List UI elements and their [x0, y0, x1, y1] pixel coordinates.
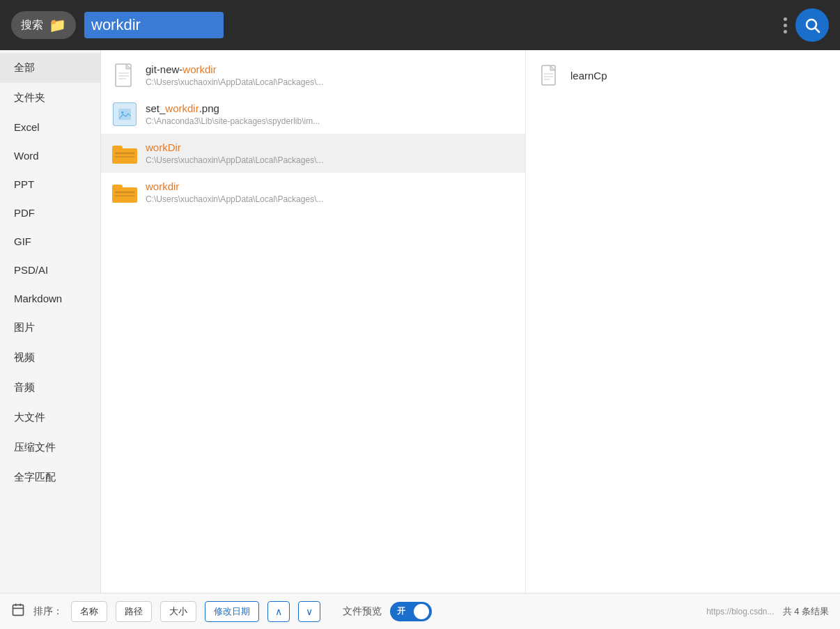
sidebar-item-image[interactable]: 图片	[0, 313, 100, 343]
svg-point-0	[807, 20, 816, 29]
svg-rect-10	[112, 146, 123, 153]
svg-line-1	[816, 29, 819, 32]
file-doc-icon-small	[537, 63, 562, 88]
toggle-on-label: 开	[397, 605, 405, 617]
main-content: 全部 文件夹 Excel Word PPT PDF GIF PSD/AI Mar…	[0, 50, 840, 593]
folder-icon	[112, 141, 137, 166]
dot-icon	[784, 17, 787, 21]
folder-svg	[112, 143, 137, 164]
dot-icon	[784, 30, 787, 33]
sort-desc-button[interactable]: ∨	[298, 601, 320, 622]
name-highlight: workdir	[146, 180, 179, 192]
sort-asc-button[interactable]: ∧	[267, 601, 290, 622]
list-item[interactable]: set_workdir.png C:\Anaconda3\Lib\site-pa…	[101, 95, 525, 134]
result-count: 共 4 条结果	[783, 605, 829, 618]
more-options-button[interactable]	[784, 17, 787, 33]
footer: 排序： 名称 路径 大小 修改日期 ∧ ∨ 文件预览 开 https://blo…	[0, 593, 840, 629]
preview-toggle[interactable]: 开	[390, 602, 432, 621]
svg-rect-22	[13, 605, 24, 615]
sidebar-item-video[interactable]: 视频	[0, 343, 100, 373]
name-suffix: .png	[199, 102, 219, 114]
name-highlight: workDir	[146, 141, 181, 153]
result-info: workdir C:\Users\xuchaoxin\AppData\Local…	[146, 180, 323, 204]
search-label-text: 搜索	[21, 18, 43, 33]
list-item[interactable]: learnCp	[526, 56, 840, 95]
svg-point-8	[121, 111, 123, 114]
sort-by-name-button[interactable]: 名称	[71, 601, 107, 622]
file-doc-icon	[112, 63, 137, 88]
search-input[interactable]	[84, 12, 224, 38]
name-highlight: workdir	[165, 102, 199, 114]
sidebar-item-fullmatch[interactable]: 全字匹配	[0, 463, 100, 492]
result-name: set_workdir.png	[146, 102, 320, 114]
name-prefix: git-new-	[146, 63, 182, 75]
sidebar-item-markdown[interactable]: Markdown	[0, 284, 100, 313]
result-path: C:\Anaconda3\Lib\site-packages\spyderlib…	[146, 116, 320, 126]
header-actions	[784, 8, 829, 42]
sidebar: 全部 文件夹 Excel Word PPT PDF GIF PSD/AI Mar…	[0, 50, 101, 593]
name-prefix: set_	[146, 102, 165, 114]
sort-by-size-button[interactable]: 大小	[160, 601, 196, 622]
sidebar-item-all[interactable]: 全部	[0, 53, 100, 83]
result-path: C:\Users\xuchaoxin\AppData\Local\Package…	[146, 194, 323, 204]
sidebar-item-folder[interactable]: 文件夹	[0, 83, 100, 113]
image-file-icon	[112, 102, 137, 127]
sidebar-item-audio[interactable]: 音频	[0, 373, 100, 403]
result-name: workdir	[146, 180, 323, 192]
footer-url: https://blog.csdn...	[706, 607, 774, 616]
preview-label: 文件预览	[343, 605, 382, 618]
result-name: git-new-workdir	[146, 63, 323, 75]
result-path: C:\Users\xuchaoxin\AppData\Local\Package…	[146, 77, 323, 87]
name-text: learnCp	[570, 70, 607, 81]
list-item[interactable]: git-new-workdir C:\Users\xuchaoxin\AppDa…	[101, 56, 525, 95]
list-item[interactable]: workdir C:\Users\xuchaoxin\AppData\Local…	[101, 173, 525, 212]
doc-file-svg	[115, 63, 134, 87]
search-execute-button[interactable]	[795, 8, 829, 42]
sort-label: 排序：	[33, 605, 63, 618]
folder-svg	[112, 182, 137, 203]
result-name: learnCp	[570, 70, 607, 81]
image-icon	[118, 107, 132, 121]
sidebar-item-archive[interactable]: 压缩文件	[0, 433, 100, 463]
sidebar-item-bigfile[interactable]: 大文件	[0, 403, 100, 433]
sort-by-path-button[interactable]: 路径	[116, 601, 152, 622]
folder-icon	[112, 180, 137, 205]
search-input-wrapper	[84, 12, 775, 38]
svg-rect-14	[112, 185, 123, 192]
results-right-column: learnCp	[526, 50, 840, 593]
result-name: workDir	[146, 141, 323, 153]
folder-emoji-icon: 📁	[49, 17, 66, 33]
sidebar-item-pdf[interactable]: PDF	[0, 199, 100, 227]
results-columns: git-new-workdir C:\Users\xuchaoxin\AppDa…	[101, 50, 840, 593]
dot-icon	[784, 24, 787, 27]
header: 搜索 📁	[0, 0, 840, 50]
results-left-column: git-new-workdir C:\Users\xuchaoxin\AppDa…	[101, 50, 526, 593]
search-label-button[interactable]: 搜索 📁	[11, 11, 76, 39]
file-svg	[541, 65, 558, 86]
search-icon	[804, 17, 820, 33]
calendar-icon	[11, 603, 25, 620]
result-info: git-new-workdir C:\Users\xuchaoxin\AppDa…	[146, 63, 323, 87]
name-highlight: workdir	[182, 63, 216, 75]
sort-by-date-button[interactable]: 修改日期	[205, 601, 259, 622]
result-path: C:\Users\xuchaoxin\AppData\Local\Package…	[146, 155, 323, 165]
sidebar-item-excel[interactable]: Excel	[0, 113, 100, 141]
result-info: set_workdir.png C:\Anaconda3\Lib\site-pa…	[146, 102, 320, 126]
sidebar-item-gif[interactable]: GIF	[0, 227, 100, 256]
result-info: learnCp	[570, 70, 607, 81]
list-item[interactable]: workDir C:\Users\xuchaoxin\AppData\Local…	[101, 134, 525, 173]
calendar-svg	[11, 603, 25, 616]
result-info: workDir C:\Users\xuchaoxin\AppData\Local…	[146, 141, 323, 165]
results-area: git-new-workdir C:\Users\xuchaoxin\AppDa…	[101, 50, 840, 593]
sidebar-item-word[interactable]: Word	[0, 141, 100, 170]
toggle-knob	[414, 604, 429, 619]
sidebar-item-ppt[interactable]: PPT	[0, 170, 100, 199]
sidebar-item-psdai[interactable]: PSD/AI	[0, 256, 100, 284]
